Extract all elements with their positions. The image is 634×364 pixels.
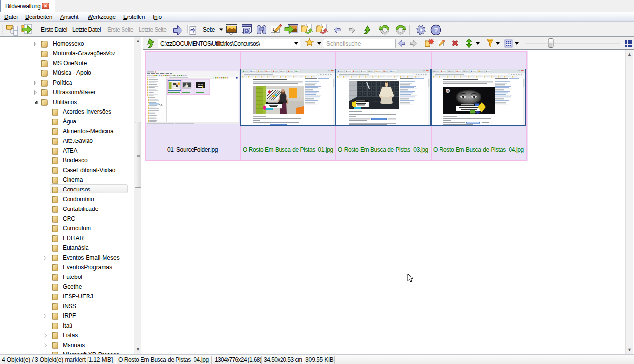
svg-text:HD: HD bbox=[446, 90, 449, 92]
svg-text:?: ? bbox=[434, 26, 438, 34]
